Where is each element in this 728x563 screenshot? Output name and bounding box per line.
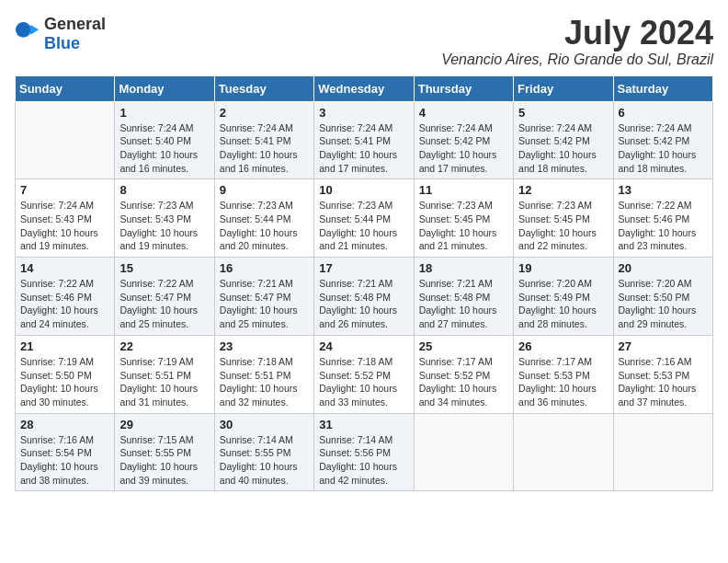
month-year-title: July 2024 (441, 15, 713, 52)
day-number: 4 (419, 106, 508, 120)
title-block: July 2024 Venancio Aires, Rio Grande do … (441, 15, 713, 68)
calendar-cell: 19Sunrise: 7:20 AMSunset: 5:49 PMDayligh… (514, 258, 613, 336)
calendar-cell: 16Sunrise: 7:21 AMSunset: 5:47 PMDayligh… (214, 258, 313, 336)
day-info: Sunrise: 7:24 AMSunset: 5:43 PMDaylight:… (20, 199, 109, 253)
day-info: Sunrise: 7:16 AMSunset: 5:53 PMDaylight:… (619, 355, 708, 409)
day-number: 22 (119, 339, 209, 353)
logo-icon (15, 21, 40, 47)
calendar-cell: 10Sunrise: 7:23 AMSunset: 5:44 PMDayligh… (314, 179, 414, 258)
day-info: Sunrise: 7:21 AMSunset: 5:47 PMDaylight:… (220, 277, 309, 331)
svg-point-0 (16, 22, 31, 38)
day-info: Sunrise: 7:24 AMSunset: 5:42 PMDaylight:… (619, 121, 708, 176)
day-number: 12 (518, 183, 608, 197)
day-number: 2 (220, 106, 309, 120)
day-info: Sunrise: 7:24 AMSunset: 5:41 PMDaylight:… (220, 121, 309, 176)
day-number: 24 (319, 339, 408, 353)
calendar-cell (514, 413, 613, 491)
day-number: 29 (119, 418, 209, 431)
day-info: Sunrise: 7:17 AMSunset: 5:52 PMDaylight:… (419, 355, 508, 409)
page-header: General Blue July 2024 Venancio Aires, R… (15, 15, 713, 68)
calendar-cell: 24Sunrise: 7:18 AMSunset: 5:52 PMDayligh… (314, 335, 414, 413)
day-number: 23 (220, 339, 309, 353)
day-info: Sunrise: 7:20 AMSunset: 5:50 PMDaylight:… (619, 277, 708, 331)
day-info: Sunrise: 7:23 AMSunset: 5:44 PMDaylight:… (319, 199, 408, 253)
calendar-week-row: 1Sunrise: 7:24 AMSunset: 5:40 PMDaylight… (16, 101, 713, 179)
day-info: Sunrise: 7:20 AMSunset: 5:49 PMDaylight:… (518, 277, 608, 331)
day-number: 1 (119, 106, 209, 120)
day-number: 19 (518, 261, 608, 275)
day-number: 7 (20, 183, 109, 197)
header-sunday: Sunday (16, 75, 115, 101)
calendar-cell: 28Sunrise: 7:16 AMSunset: 5:54 PMDayligh… (16, 413, 115, 491)
day-number: 16 (220, 261, 309, 275)
calendar-header-row: SundayMondayTuesdayWednesdayThursdayFrid… (16, 75, 713, 101)
svg-marker-1 (30, 25, 39, 35)
day-number: 9 (220, 183, 309, 197)
header-wednesday: Wednesday (314, 75, 414, 101)
header-thursday: Thursday (414, 75, 513, 101)
calendar-cell: 31Sunrise: 7:14 AMSunset: 5:56 PMDayligh… (314, 413, 414, 491)
day-number: 8 (119, 183, 209, 197)
calendar-week-row: 7Sunrise: 7:24 AMSunset: 5:43 PMDaylight… (16, 179, 713, 258)
logo-text-general: General (44, 15, 106, 33)
day-info: Sunrise: 7:23 AMSunset: 5:45 PMDaylight:… (419, 199, 508, 253)
day-info: Sunrise: 7:22 AMSunset: 5:47 PMDaylight:… (119, 277, 209, 331)
calendar-cell: 4Sunrise: 7:24 AMSunset: 5:42 PMDaylight… (414, 101, 513, 179)
calendar-cell: 17Sunrise: 7:21 AMSunset: 5:48 PMDayligh… (314, 258, 414, 336)
day-info: Sunrise: 7:14 AMSunset: 5:56 PMDaylight:… (319, 433, 408, 488)
day-number: 10 (319, 183, 408, 197)
header-saturday: Saturday (613, 75, 712, 101)
day-number: 26 (518, 339, 608, 353)
header-tuesday: Tuesday (214, 75, 313, 101)
logo-text-blue: Blue (44, 34, 80, 52)
calendar-cell: 29Sunrise: 7:15 AMSunset: 5:55 PMDayligh… (115, 413, 214, 491)
day-info: Sunrise: 7:19 AMSunset: 5:50 PMDaylight:… (20, 355, 109, 409)
calendar-week-row: 14Sunrise: 7:22 AMSunset: 5:46 PMDayligh… (16, 258, 713, 336)
day-number: 20 (619, 261, 708, 275)
day-info: Sunrise: 7:19 AMSunset: 5:51 PMDaylight:… (119, 355, 209, 409)
day-number: 17 (319, 261, 408, 275)
calendar-cell: 27Sunrise: 7:16 AMSunset: 5:53 PMDayligh… (613, 335, 712, 413)
calendar-cell (16, 101, 115, 179)
calendar-cell: 6Sunrise: 7:24 AMSunset: 5:42 PMDaylight… (613, 101, 712, 179)
day-number: 27 (619, 339, 708, 353)
calendar-cell: 22Sunrise: 7:19 AMSunset: 5:51 PMDayligh… (115, 335, 214, 413)
calendar-cell: 23Sunrise: 7:18 AMSunset: 5:51 PMDayligh… (214, 335, 313, 413)
calendar-cell: 8Sunrise: 7:23 AMSunset: 5:43 PMDaylight… (115, 179, 214, 258)
day-info: Sunrise: 7:18 AMSunset: 5:52 PMDaylight:… (319, 355, 408, 409)
day-info: Sunrise: 7:14 AMSunset: 5:55 PMDaylight:… (220, 433, 309, 488)
day-number: 21 (20, 339, 109, 353)
day-info: Sunrise: 7:22 AMSunset: 5:46 PMDaylight:… (20, 277, 109, 331)
calendar-table: SundayMondayTuesdayWednesdayThursdayFrid… (15, 75, 713, 492)
header-monday: Monday (115, 75, 214, 101)
calendar-cell: 30Sunrise: 7:14 AMSunset: 5:55 PMDayligh… (214, 413, 313, 491)
calendar-cell: 5Sunrise: 7:24 AMSunset: 5:42 PMDaylight… (514, 101, 613, 179)
calendar-cell: 9Sunrise: 7:23 AMSunset: 5:44 PMDaylight… (214, 179, 313, 258)
location-subtitle: Venancio Aires, Rio Grande do Sul, Brazi… (441, 52, 713, 68)
calendar-cell: 25Sunrise: 7:17 AMSunset: 5:52 PMDayligh… (414, 335, 513, 413)
day-info: Sunrise: 7:24 AMSunset: 5:42 PMDaylight:… (518, 121, 608, 176)
calendar-cell: 20Sunrise: 7:20 AMSunset: 5:50 PMDayligh… (613, 258, 712, 336)
calendar-cell: 18Sunrise: 7:21 AMSunset: 5:48 PMDayligh… (414, 258, 513, 336)
calendar-cell: 3Sunrise: 7:24 AMSunset: 5:41 PMDaylight… (314, 101, 414, 179)
day-info: Sunrise: 7:24 AMSunset: 5:42 PMDaylight:… (419, 121, 508, 176)
day-number: 6 (619, 106, 708, 120)
day-info: Sunrise: 7:16 AMSunset: 5:54 PMDaylight:… (20, 433, 109, 488)
calendar-cell: 1Sunrise: 7:24 AMSunset: 5:40 PMDaylight… (115, 101, 214, 179)
day-number: 11 (419, 183, 508, 197)
day-info: Sunrise: 7:17 AMSunset: 5:53 PMDaylight:… (518, 355, 608, 409)
header-friday: Friday (514, 75, 613, 101)
calendar-cell (414, 413, 513, 491)
day-info: Sunrise: 7:23 AMSunset: 5:45 PMDaylight:… (518, 199, 608, 253)
day-number: 15 (119, 261, 209, 275)
day-number: 18 (419, 261, 508, 275)
calendar-cell: 14Sunrise: 7:22 AMSunset: 5:46 PMDayligh… (16, 258, 115, 336)
day-info: Sunrise: 7:22 AMSunset: 5:46 PMDaylight:… (619, 199, 708, 253)
logo: General Blue (15, 15, 106, 53)
day-number: 14 (20, 261, 109, 275)
calendar-cell (613, 413, 712, 491)
day-info: Sunrise: 7:24 AMSunset: 5:40 PMDaylight:… (119, 121, 209, 176)
day-number: 28 (20, 418, 109, 431)
day-info: Sunrise: 7:23 AMSunset: 5:44 PMDaylight:… (220, 199, 309, 253)
day-number: 25 (419, 339, 508, 353)
